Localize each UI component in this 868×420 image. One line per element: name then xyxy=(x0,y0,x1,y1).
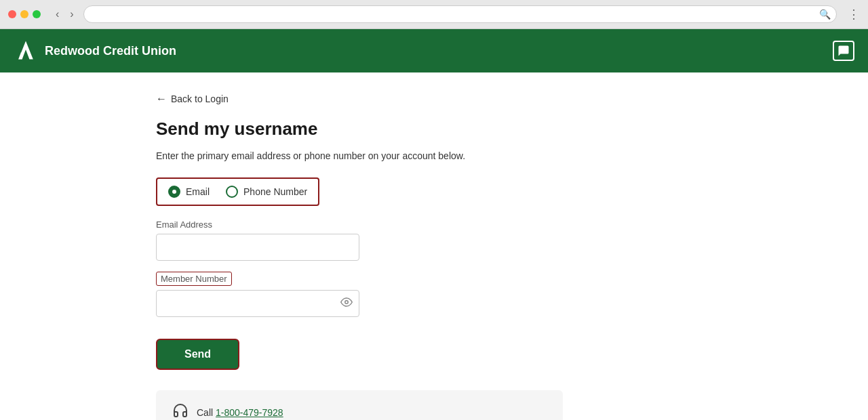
logo-area: Redwood Credit Union xyxy=(14,39,176,63)
page-title: Send my username xyxy=(156,119,712,140)
call-number-link[interactable]: 1-800-479-7928 xyxy=(216,407,283,418)
radio-phone-label: Phone Number xyxy=(243,186,307,197)
maximize-button[interactable] xyxy=(33,10,41,18)
minimize-button[interactable] xyxy=(20,10,28,18)
site-header: Redwood Credit Union xyxy=(0,29,868,72)
radio-email-option[interactable]: Email xyxy=(168,186,210,198)
phone-icon xyxy=(172,402,189,420)
send-button[interactable]: Send xyxy=(156,339,239,370)
email-field-label: Email Address xyxy=(156,219,712,230)
member-number-input[interactable] xyxy=(156,290,359,317)
address-bar[interactable]: 🔍 xyxy=(83,5,837,23)
back-link-text: Back to Login xyxy=(171,93,229,104)
toggle-visibility-button[interactable] xyxy=(340,296,353,311)
member-number-form-group: Member Number xyxy=(156,272,712,317)
member-number-label: Member Number xyxy=(156,272,232,286)
radio-phone-option[interactable]: Phone Number xyxy=(226,186,307,198)
contact-method-radio-group: Email Phone Number xyxy=(156,177,319,206)
forward-nav-button[interactable]: › xyxy=(66,7,77,22)
browser-nav: ‹ › xyxy=(52,7,78,22)
member-number-input-wrapper xyxy=(156,290,359,317)
back-to-login-link[interactable]: ← Back to Login xyxy=(156,93,712,105)
main-content: ← Back to Login Send my username Enter t… xyxy=(129,72,739,420)
back-nav-button[interactable]: ‹ xyxy=(52,7,63,22)
chat-icon xyxy=(837,45,850,57)
radio-phone-button[interactable] xyxy=(226,186,238,198)
eye-icon xyxy=(340,296,353,308)
logo-icon xyxy=(14,39,38,63)
call-prefix: Call xyxy=(197,407,216,418)
svg-point-2 xyxy=(345,301,349,304)
back-arrow-icon: ← xyxy=(156,93,167,105)
close-button[interactable] xyxy=(8,10,16,18)
email-form-group: Email Address xyxy=(156,219,712,261)
browser-menu-icon: ⋮ xyxy=(848,7,860,22)
app-container: Redwood Credit Union ← Back to Login Sen… xyxy=(0,29,868,420)
page-description: Enter the primary email address or phone… xyxy=(156,150,712,161)
chat-button[interactable] xyxy=(833,41,854,61)
logo-text: Redwood Credit Union xyxy=(45,44,176,58)
email-input[interactable] xyxy=(156,234,359,261)
radio-email-button[interactable] xyxy=(168,186,180,198)
headset-icon xyxy=(172,402,189,419)
browser-chrome: ‹ › 🔍 ⋮ xyxy=(0,0,868,29)
radio-email-label: Email xyxy=(186,186,210,197)
call-text: Call 1-800-479-7928 xyxy=(197,407,283,418)
traffic-lights xyxy=(8,10,41,18)
search-icon: 🔍 xyxy=(819,9,831,20)
call-banner: Call 1-800-479-7928 xyxy=(156,390,563,420)
